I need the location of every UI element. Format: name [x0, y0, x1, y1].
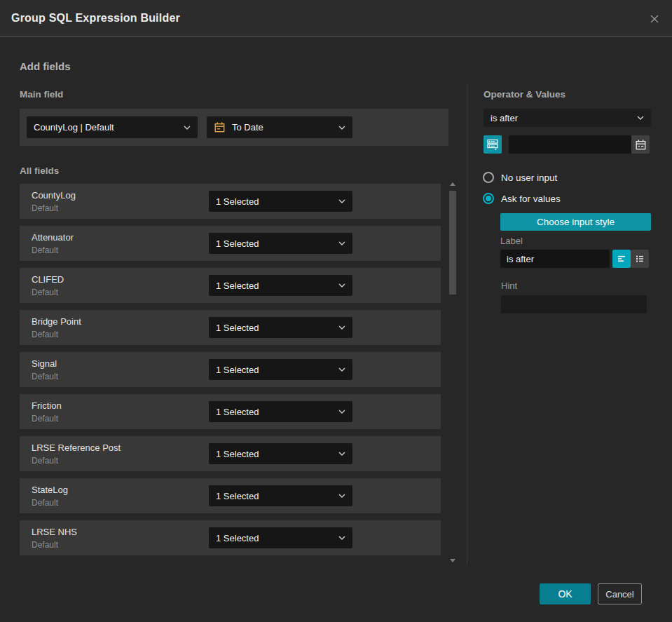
- field-values-dropdown[interactable]: 1 Selected: [209, 191, 352, 212]
- operator-value: is after: [491, 113, 518, 123]
- selected-count: 1 Selected: [216, 491, 259, 501]
- scrollbar-thumb[interactable]: [449, 191, 456, 295]
- field-row: Bridge Point Default 1 Selected: [20, 310, 441, 345]
- list-scrollbar: [449, 180, 456, 565]
- selected-count: 1 Selected: [216, 407, 259, 417]
- field-values-dropdown[interactable]: 1 Selected: [209, 401, 352, 422]
- radio-no-user-input[interactable]: No user input: [483, 172, 557, 183]
- title-bar: Group SQL Expression Builder: [0, 0, 672, 36]
- selected-count: 1 Selected: [216, 238, 259, 249]
- field-values-dropdown[interactable]: 1 Selected: [209, 359, 352, 380]
- label-field-label: Label: [500, 236, 523, 246]
- close-icon[interactable]: [645, 10, 664, 28]
- chevron-down-icon: [338, 367, 345, 372]
- main-field-panel: CountyLog | Default To Date: [20, 109, 448, 146]
- align-left-icon[interactable]: [612, 250, 631, 268]
- selected-count: 1 Selected: [216, 365, 259, 375]
- field-row: Attenuator Default 1 Selected: [20, 226, 441, 261]
- field-values-dropdown[interactable]: 1 Selected: [209, 527, 352, 548]
- scroll-up-arrow-icon[interactable]: [450, 182, 455, 186]
- hint-input[interactable]: [501, 295, 647, 313]
- main-field-type-dropdown[interactable]: To Date: [207, 116, 352, 138]
- field-row: Signal Default 1 Selected: [20, 352, 441, 387]
- chevron-down-icon: [338, 283, 345, 288]
- selected-count: 1 Selected: [216, 280, 259, 291]
- operator-dropdown[interactable]: is after: [484, 109, 651, 127]
- chevron-down-icon: [184, 126, 191, 130]
- calendar-icon[interactable]: [631, 135, 650, 154]
- value-set-icon[interactable]: [484, 135, 502, 154]
- panel-divider: [467, 84, 467, 565]
- chevron-down-icon: [338, 410, 345, 414]
- choose-input-style-button[interactable]: Choose input style: [500, 213, 651, 231]
- selected-count: 1 Selected: [216, 533, 259, 543]
- main-field-type-value: To Date: [232, 122, 263, 133]
- chevron-down-icon: [637, 116, 644, 120]
- value-input[interactable]: [509, 135, 631, 154]
- chevron-down-icon: [338, 536, 345, 540]
- group-sql-expression-builder-dialog: Group SQL Expression Builder Add fields …: [0, 0, 672, 622]
- field-row: StateLog Default 1 Selected: [20, 478, 441, 513]
- main-field-source-value: CountyLog | Default: [34, 122, 114, 133]
- operator-values-heading: Operator & Values: [484, 89, 565, 100]
- field-values-dropdown[interactable]: 1 Selected: [209, 443, 352, 464]
- scroll-down-arrow-icon[interactable]: [450, 559, 455, 562]
- field-row: Friction Default 1 Selected: [20, 394, 441, 429]
- field-values-dropdown[interactable]: 1 Selected: [209, 317, 352, 338]
- selected-count: 1 Selected: [216, 196, 259, 207]
- all-fields-list: CountyLog Default 1 Selected Attenuator …: [20, 184, 441, 562]
- radio-ask-for-values[interactable]: Ask for values: [483, 193, 561, 204]
- cancel-button[interactable]: Cancel: [598, 583, 642, 604]
- selected-count: 1 Selected: [216, 323, 259, 333]
- radio-circle-selected-icon: [483, 193, 494, 204]
- field-row: LRSE NHS Default 1 Selected: [20, 520, 441, 555]
- all-fields-heading: All fields: [20, 165, 59, 176]
- field-values-dropdown[interactable]: 1 Selected: [209, 485, 352, 506]
- radio-circle-icon: [483, 172, 494, 183]
- dialog-title: Group SQL Expression Builder: [11, 12, 180, 25]
- field-row: CLIFED Default 1 Selected: [20, 268, 441, 303]
- label-input[interactable]: [500, 250, 610, 268]
- field-values-dropdown[interactable]: 1 Selected: [209, 275, 352, 296]
- chevron-down-icon: [338, 452, 345, 456]
- field-values-dropdown[interactable]: 1 Selected: [209, 233, 352, 254]
- selected-count: 1 Selected: [216, 449, 259, 459]
- ok-button[interactable]: OK: [540, 583, 591, 604]
- field-row: CountyLog Default 1 Selected: [20, 184, 441, 219]
- radio-label: Ask for values: [501, 194, 561, 204]
- chevron-down-icon: [338, 199, 345, 203]
- add-fields-heading: Add fields: [20, 60, 71, 72]
- list-icon[interactable]: [631, 250, 649, 268]
- main-field-heading: Main field: [20, 89, 63, 100]
- radio-label: No user input: [501, 173, 557, 183]
- chevron-down-icon: [338, 126, 345, 130]
- chevron-down-icon: [338, 494, 345, 498]
- hint-field-label: Hint: [501, 280, 517, 291]
- field-row: LRSE Reference Post Default 1 Selected: [20, 436, 441, 471]
- chevron-down-icon: [338, 325, 345, 330]
- main-field-source-dropdown[interactable]: CountyLog | Default: [27, 116, 198, 138]
- chevron-down-icon: [338, 241, 345, 245]
- calendar-icon: [214, 121, 226, 133]
